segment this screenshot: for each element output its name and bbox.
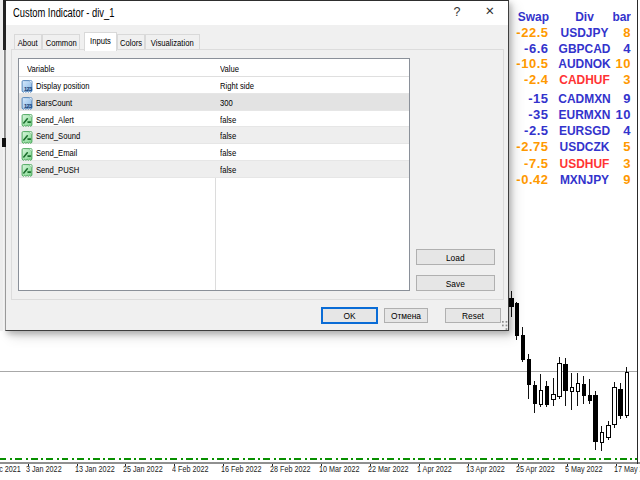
svg-text:3: 3 [29, 103, 32, 109]
svg-text:3: 3 [29, 86, 32, 92]
